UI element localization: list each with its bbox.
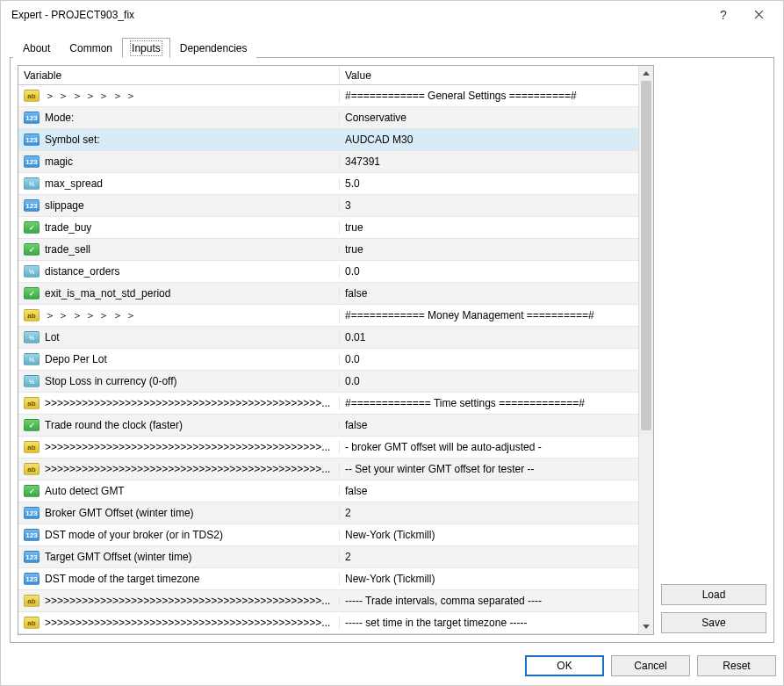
cell-value[interactable]: 2	[340, 507, 638, 519]
table-row[interactable]: ab>>>>>>>>>>>>>>>>>>>>>>>>>>>>>>>>>>>>>>…	[18, 437, 638, 459]
table-row[interactable]: ab＞ ＞ ＞ ＞ ＞ ＞ ＞#============ General Set…	[18, 85, 638, 107]
cell-value[interactable]: -- Set your winter GMT offset for tester…	[340, 463, 638, 475]
scroll-up-arrow[interactable]	[639, 66, 653, 81]
cell-variable: 123Target GMT Offset (winter time)	[18, 551, 340, 563]
titlebar: Expert - PROJECT903_fix ?	[1, 1, 783, 28]
ok-button[interactable]: OK	[525, 655, 604, 676]
table-row[interactable]: ✓Trade round the clock (faster)false	[18, 415, 638, 437]
cell-value[interactable]: 5.0	[340, 177, 638, 190]
scroll-track[interactable]	[639, 81, 653, 619]
cell-variable: ab>>>>>>>>>>>>>>>>>>>>>>>>>>>>>>>>>>>>>>…	[18, 397, 340, 409]
cell-value[interactable]: #============= Time settings ===========…	[340, 397, 638, 409]
variable-name: Trade round the clock (faster)	[45, 419, 183, 431]
table-row[interactable]: ✓exit_is_ma_not_std_periodfalse	[18, 283, 638, 305]
close-button[interactable]	[741, 3, 776, 27]
save-button[interactable]: Save	[661, 612, 766, 633]
variable-name: >>>>>>>>>>>>>>>>>>>>>>>>>>>>>>>>>>>>>>>>…	[45, 463, 330, 475]
cell-value[interactable]: AUDCAD M30	[340, 134, 638, 146]
table-row[interactable]: ½Depo Per Lot0.0	[18, 349, 638, 371]
tab-about[interactable]: About	[13, 38, 60, 58]
table-row[interactable]: 123magic347391	[18, 151, 638, 173]
chevron-up-icon	[643, 71, 650, 76]
table-row[interactable]: ab>>>>>>>>>>>>>>>>>>>>>>>>>>>>>>>>>>>>>>…	[18, 459, 638, 480]
cell-value[interactable]: ----- Trade intervals, comma separated -…	[340, 595, 638, 607]
cell-variable: ✓exit_is_ma_not_std_period	[18, 287, 340, 300]
cell-variable: ✓Trade round the clock (faster)	[18, 419, 340, 431]
table-row[interactable]: ab>>>>>>>>>>>>>>>>>>>>>>>>>>>>>>>>>>>>>>…	[18, 590, 638, 612]
table-row[interactable]: ✓Auto detect GMTfalse	[18, 480, 638, 502]
vertical-scrollbar[interactable]	[638, 66, 653, 634]
cell-variable: ✓trade_buy	[18, 221, 340, 234]
cancel-button[interactable]: Cancel	[611, 655, 690, 676]
cell-value[interactable]: 0.01	[340, 331, 638, 343]
str-type-icon: ab	[24, 617, 40, 629]
column-header-value[interactable]: Value	[340, 67, 638, 84]
column-header-variable[interactable]: Variable	[18, 67, 340, 84]
table-row[interactable]: ½Stop Loss in currency (0-off)0.0	[18, 371, 638, 393]
table-row[interactable]: ✓trade_selltrue	[18, 239, 638, 261]
str-type-icon: ab	[24, 463, 40, 475]
cell-variable: ab＞ ＞ ＞ ＞ ＞ ＞ ＞	[18, 308, 340, 323]
table-row[interactable]: 123Mode:Conservative	[18, 107, 638, 129]
bool-type-icon: ✓	[24, 419, 40, 431]
reset-button[interactable]: Reset	[697, 655, 776, 676]
int-type-icon: 123	[24, 507, 40, 519]
dbl-type-icon: ½	[24, 177, 40, 190]
dbl-type-icon: ½	[24, 353, 40, 365]
cell-value[interactable]: ----- set time in the target timezone --…	[340, 617, 638, 629]
window-title: Expert - PROJECT903_fix	[11, 9, 706, 21]
tab-dependencies[interactable]: Dependencies	[170, 38, 257, 58]
cell-value[interactable]: New-York (Tickmill)	[340, 529, 638, 541]
table-row[interactable]: ✓trade_buytrue	[18, 217, 638, 239]
cell-value[interactable]: #============ Money Management =========…	[340, 309, 638, 321]
cell-value[interactable]: 3	[340, 199, 638, 212]
table-row[interactable]: 123Symbol set:AUDCAD M30	[18, 129, 638, 151]
variable-name: Symbol set:	[45, 134, 100, 146]
cell-value[interactable]: New-York (Tickmill)	[340, 573, 638, 585]
tab-common[interactable]: Common	[60, 38, 122, 58]
table-row[interactable]: 123slippage3	[18, 195, 638, 217]
table-row[interactable]: ab>>>>>>>>>>>>>>>>>>>>>>>>>>>>>>>>>>>>>>…	[18, 393, 638, 415]
int-type-icon: 123	[24, 551, 40, 563]
tab-inputs[interactable]: Inputs	[122, 38, 170, 58]
tab-label: About	[23, 42, 50, 54]
variable-name: exit_is_ma_not_std_period	[45, 287, 170, 300]
table-row[interactable]: ½max_spread5.0	[18, 173, 638, 195]
help-button[interactable]: ?	[706, 3, 741, 27]
scroll-down-arrow[interactable]	[639, 619, 653, 634]
tab-label: Inputs	[132, 42, 161, 54]
cell-value[interactable]: - broker GMT offset will be auto-adjuste…	[340, 441, 638, 453]
close-icon	[754, 10, 764, 19]
cell-value[interactable]: 2	[340, 551, 638, 563]
int-type-icon: 123	[24, 112, 40, 124]
variable-name: distance_orders	[45, 265, 119, 278]
cell-value[interactable]: 347391	[340, 155, 638, 168]
cell-value[interactable]: false	[340, 287, 638, 300]
table-row[interactable]: 123Target GMT Offset (winter time)2	[18, 546, 638, 568]
load-button[interactable]: Load	[661, 584, 766, 605]
table-row[interactable]: ½Lot0.01	[18, 327, 638, 349]
variable-name: Lot	[45, 331, 60, 343]
cell-value[interactable]: 0.0	[340, 375, 638, 387]
table-row[interactable]: 123DST mode of your broker (or in TDS2)N…	[18, 524, 638, 546]
cell-variable: 123Broker GMT Offset (winter time)	[18, 507, 340, 519]
table-row[interactable]: ab＞ ＞ ＞ ＞ ＞ ＞ ＞#============ Money Manag…	[18, 305, 638, 327]
table-row[interactable]: ab>>>>>>>>>>>>>>>>>>>>>>>>>>>>>>>>>>>>>>…	[18, 612, 638, 634]
cell-value[interactable]: 0.0	[340, 265, 638, 278]
cell-value[interactable]: Conservative	[340, 112, 638, 124]
table-row[interactable]: ½distance_orders0.0	[18, 261, 638, 283]
cell-value[interactable]: true	[340, 221, 638, 234]
bool-type-icon: ✓	[24, 243, 40, 256]
cell-value[interactable]: true	[340, 243, 638, 256]
cell-variable: ab>>>>>>>>>>>>>>>>>>>>>>>>>>>>>>>>>>>>>>…	[18, 441, 340, 453]
scroll-thumb[interactable]	[641, 81, 651, 430]
table-row[interactable]: 123Broker GMT Offset (winter time)2	[18, 502, 638, 524]
cell-value[interactable]: #============ General Settings =========…	[340, 90, 638, 102]
table-row[interactable]: 123DST mode of the target timezoneNew-Yo…	[18, 568, 638, 590]
cell-value[interactable]: false	[340, 485, 638, 497]
variable-name: slippage	[45, 199, 84, 212]
dbl-type-icon: ½	[24, 375, 40, 387]
cell-value[interactable]: false	[340, 419, 638, 431]
cell-value[interactable]: 0.0	[340, 353, 638, 365]
tab-strip: AboutCommonInputsDependencies	[13, 37, 774, 57]
